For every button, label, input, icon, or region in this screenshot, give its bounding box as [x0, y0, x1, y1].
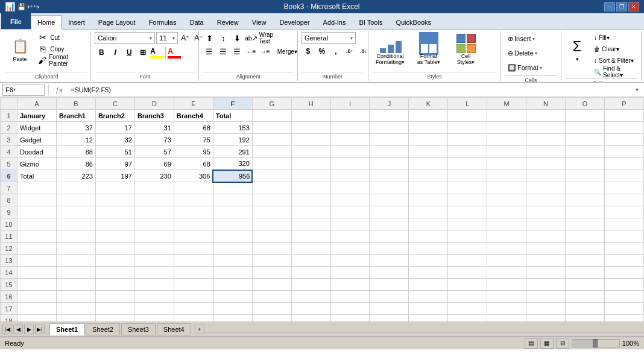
- cell-c18[interactable]: [95, 315, 134, 322]
- cell-i15[interactable]: [330, 279, 370, 291]
- cell-o8[interactable]: [566, 194, 605, 206]
- paste-button[interactable]: 📋 Paste: [6, 32, 34, 67]
- cell-f3[interactable]: 192: [213, 134, 252, 146]
- italic-button[interactable]: I: [109, 46, 122, 59]
- cell-n13[interactable]: [526, 255, 566, 267]
- cell-l9[interactable]: [448, 206, 487, 218]
- cell-a2[interactable]: Widget: [17, 122, 56, 134]
- cell-h13[interactable]: [291, 255, 330, 267]
- cell-e7[interactable]: [174, 182, 213, 194]
- cell-p7[interactable]: [604, 182, 643, 194]
- cell-l12[interactable]: [448, 243, 487, 255]
- cell-h14[interactable]: [291, 267, 330, 279]
- cell-a13[interactable]: [17, 255, 56, 267]
- cell-k16[interactable]: [409, 291, 448, 303]
- insert-button[interactable]: ⊕ Insert ▾: [505, 32, 538, 45]
- cell-h9[interactable]: [291, 206, 330, 218]
- cell-c14[interactable]: [95, 267, 134, 279]
- font-color-button[interactable]: A: [168, 47, 181, 59]
- row-num-7[interactable]: 7: [1, 182, 17, 194]
- cell-m14[interactable]: [487, 267, 526, 279]
- cell-c11[interactable]: [95, 230, 134, 243]
- sum-button[interactable]: Σ ▾: [565, 32, 589, 67]
- cell-m8[interactable]: [487, 194, 526, 206]
- cell-l6[interactable]: [448, 170, 487, 182]
- cell-a10[interactable]: [17, 218, 56, 230]
- cell-g2[interactable]: [252, 122, 291, 134]
- cell-f6[interactable]: 956: [213, 170, 252, 182]
- currency-button[interactable]: $: [301, 45, 315, 57]
- align-right-button[interactable]: ☰: [230, 45, 244, 57]
- cell-e10[interactable]: [174, 218, 213, 230]
- row-num-11[interactable]: 11: [1, 230, 17, 243]
- normal-view-button[interactable]: ▤: [525, 338, 538, 349]
- cell-h1[interactable]: [291, 110, 330, 122]
- sheet-tab-sheet2[interactable]: Sheet2: [86, 323, 120, 335]
- cell-e18[interactable]: [174, 315, 213, 322]
- cell-f17[interactable]: [213, 303, 252, 315]
- cell-f11[interactable]: [213, 230, 252, 243]
- cell-i13[interactable]: [330, 255, 370, 267]
- cell-g4[interactable]: [252, 146, 291, 158]
- cell-p8[interactable]: [604, 194, 643, 206]
- cell-o18[interactable]: [566, 315, 605, 322]
- copy-button[interactable]: ⎘ Copy: [35, 43, 87, 54]
- cell-c16[interactable]: [95, 291, 134, 303]
- cell-o16[interactable]: [566, 291, 605, 303]
- cell-f14[interactable]: [213, 267, 252, 279]
- cell-b16[interactable]: [56, 291, 95, 303]
- cell-o9[interactable]: [566, 206, 605, 218]
- cell-o10[interactable]: [566, 218, 605, 230]
- cell-n5[interactable]: [526, 158, 566, 170]
- cell-g17[interactable]: [252, 303, 291, 315]
- cell-l1[interactable]: [448, 110, 487, 122]
- cell-p16[interactable]: [604, 291, 643, 303]
- cell-e11[interactable]: [174, 230, 213, 243]
- cell-p9[interactable]: [604, 206, 643, 218]
- cell-i2[interactable]: [330, 122, 370, 134]
- cell-e14[interactable]: [174, 267, 213, 279]
- fill-color-button[interactable]: A: [150, 47, 163, 59]
- cell-l17[interactable]: [448, 303, 487, 315]
- cell-n7[interactable]: [526, 182, 566, 194]
- cell-e9[interactable]: [174, 206, 213, 218]
- cell-b5[interactable]: 86: [56, 158, 95, 170]
- row-num-13[interactable]: 13: [1, 255, 17, 267]
- cell-j7[interactable]: [370, 182, 409, 194]
- number-format-selector[interactable]: General ▾: [301, 32, 356, 44]
- cell-p10[interactable]: [604, 218, 643, 230]
- cell-e12[interactable]: [174, 243, 213, 255]
- cell-g9[interactable]: [252, 206, 291, 218]
- cell-k15[interactable]: [409, 279, 448, 291]
- cell-g11[interactable]: [252, 230, 291, 243]
- cell-a17[interactable]: [17, 303, 56, 315]
- cell-h16[interactable]: [291, 291, 330, 303]
- cell-n12[interactable]: [526, 243, 566, 255]
- cell-o11[interactable]: [566, 230, 605, 243]
- cell-a1[interactable]: January: [17, 110, 56, 122]
- cell-h12[interactable]: [291, 243, 330, 255]
- cell-e17[interactable]: [174, 303, 213, 315]
- cell-m1[interactable]: [487, 110, 526, 122]
- cell-i7[interactable]: [330, 182, 370, 194]
- col-header-i[interactable]: I: [330, 98, 370, 110]
- cell-k11[interactable]: [409, 230, 448, 243]
- cell-g6[interactable]: [252, 170, 291, 182]
- cell-o1[interactable]: [566, 110, 605, 122]
- cell-m15[interactable]: [487, 279, 526, 291]
- cell-d16[interactable]: [134, 291, 174, 303]
- increase-indent-button[interactable]: →≡: [258, 45, 271, 57]
- cell-e13[interactable]: [174, 255, 213, 267]
- cell-g10[interactable]: [252, 218, 291, 230]
- cell-a12[interactable]: [17, 243, 56, 255]
- cell-k9[interactable]: [409, 206, 448, 218]
- cell-d14[interactable]: [134, 267, 174, 279]
- cell-d5[interactable]: 69: [134, 158, 174, 170]
- cell-b15[interactable]: [56, 279, 95, 291]
- tab-home[interactable]: Home: [31, 15, 62, 30]
- cell-c9[interactable]: [95, 206, 134, 218]
- cell-e4[interactable]: 95: [174, 146, 213, 158]
- cell-j12[interactable]: [370, 243, 409, 255]
- font-name-selector[interactable]: Calibri ▾: [95, 32, 155, 44]
- cell-j15[interactable]: [370, 279, 409, 291]
